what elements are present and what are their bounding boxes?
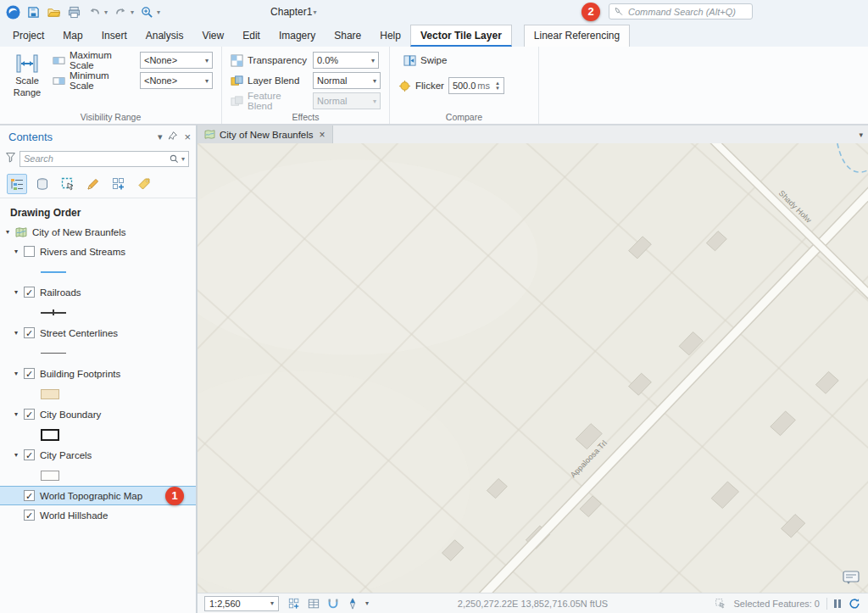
command-search-box[interactable]: Command Search (Alt+Q)	[609, 3, 753, 20]
annotation-step-2: 2	[581, 3, 600, 21]
maximum-scale-icon	[53, 54, 65, 67]
expander-icon[interactable]: ▾	[12, 370, 20, 377]
tree-item-railroads[interactable]: ▾ ✓ Railroads	[0, 282, 196, 302]
list-by-editing-icon[interactable]	[83, 174, 103, 194]
layer-checkbox[interactable]: ✓	[24, 510, 35, 521]
selected-features-label[interactable]: Selected Features: 0	[733, 599, 820, 609]
list-by-snapping-icon[interactable]	[108, 174, 129, 194]
tab-share[interactable]: Share	[325, 25, 370, 47]
undo-chevron-icon[interactable]: ▾	[104, 8, 108, 16]
list-by-data-source-icon[interactable]	[32, 174, 53, 194]
redo-chevron-icon[interactable]: ▾	[131, 8, 134, 16]
tree-item-map[interactable]: ▾ City of New Braunfels	[0, 222, 196, 242]
layer-checkbox[interactable]: ✓	[24, 287, 35, 298]
scale-range-button[interactable]: Scale Range	[8, 52, 46, 110]
layer-checkbox[interactable]: ✓	[24, 409, 35, 420]
layer-checkbox[interactable]: ✓	[24, 327, 35, 338]
maximum-scale-label: Maximum Scale	[70, 50, 136, 70]
tree-item-world-hillshade[interactable]: ✓ World Hillshade	[0, 505, 196, 525]
flicker-value: 500.0	[453, 81, 476, 91]
tab-imagery[interactable]: Imagery	[270, 25, 325, 47]
symbol-row	[0, 302, 196, 323]
search-input[interactable]	[24, 153, 166, 164]
tree-item-building-footprints[interactable]: ▾ ✓ Building Footprints	[0, 364, 196, 383]
map-notification-icon[interactable]	[841, 569, 861, 586]
layer-checkbox[interactable]: ✓	[24, 490, 35, 501]
layer-checkbox[interactable]: ✓	[24, 449, 35, 460]
view-tab-city-of-new-braunfels[interactable]: City of New Braunfels ×	[198, 125, 333, 143]
parcel-outline-symbol[interactable]	[41, 471, 59, 481]
swipe-button[interactable]: Swipe	[398, 52, 504, 69]
street-line-symbol[interactable]	[41, 353, 66, 354]
list-by-drawing-order-icon[interactable]	[7, 174, 27, 194]
river-line-symbol[interactable]	[41, 271, 66, 273]
tree-item-street-centerlines[interactable]: ▾ ✓ Street Centerlines	[0, 323, 196, 343]
print-icon[interactable]	[66, 4, 81, 20]
rail-line-symbol[interactable]	[41, 309, 66, 315]
expander-icon[interactable]: ▾	[12, 288, 20, 296]
expander-icon[interactable]: ▾	[12, 329, 20, 337]
save-icon[interactable]	[25, 4, 41, 20]
expander-icon[interactable]: ▾	[12, 248, 20, 255]
zoom-tool-icon[interactable]	[139, 4, 154, 20]
map-canvas[interactable]: Appaloosa Trl Shady Holw	[198, 143, 868, 593]
building-fill-symbol[interactable]	[41, 389, 59, 399]
layer-checkbox[interactable]: ✓	[24, 368, 35, 379]
flicker-input[interactable]: 500.0 ms ▲▼	[448, 77, 504, 94]
tab-help[interactable]: Help	[370, 25, 410, 47]
list-by-labeling-icon[interactable]	[134, 174, 154, 194]
pane-pin-icon[interactable]	[169, 131, 177, 142]
search-options-chevron-icon[interactable]: ▾	[181, 155, 185, 163]
view-tabs-chevron-icon[interactable]: ▾	[859, 131, 863, 139]
pane-close-icon[interactable]: ×	[184, 131, 191, 143]
tab-view[interactable]: View	[192, 25, 233, 47]
maximum-scale-combo[interactable]: <None> ▾	[140, 52, 213, 69]
grid-icon[interactable]	[287, 597, 301, 610]
pause-drawing-icon[interactable]	[834, 599, 841, 608]
tree-item-rivers-and-streams[interactable]: ▾ ✓ Rivers and Streams	[0, 242, 196, 261]
selected-features-icon	[713, 597, 726, 610]
transparency-combo[interactable]: 0.0% ▾	[313, 52, 379, 69]
symbol-row	[0, 383, 196, 404]
scale-range-icon	[16, 53, 38, 74]
tab-vector-tile-layer[interactable]: Vector Tile Layer	[410, 25, 512, 47]
navigator-icon[interactable]	[346, 597, 359, 610]
layer-checkbox[interactable]: ✓	[24, 246, 35, 257]
qat-customize-chevron-icon[interactable]: ▾	[157, 8, 160, 16]
list-by-selection-icon[interactable]	[58, 174, 78, 194]
tab-project[interactable]: Project	[3, 25, 53, 47]
filter-icon[interactable]	[5, 152, 16, 165]
contents-search-box[interactable]: ▾	[19, 151, 189, 167]
transparency-icon	[231, 54, 243, 67]
open-project-icon[interactable]	[46, 4, 61, 20]
undo-icon[interactable]	[86, 4, 102, 20]
tab-edit[interactable]: Edit	[233, 25, 270, 47]
command-search-placeholder: Command Search (Alt+Q)	[628, 7, 736, 17]
expander-icon[interactable]: ▾	[12, 410, 20, 418]
expander-icon[interactable]: ▾	[12, 451, 20, 459]
expander-icon[interactable]: ▾	[3, 228, 12, 236]
scale-combo[interactable]: 1:2,560 ▾	[204, 596, 279, 611]
tree-item-world-topographic-map[interactable]: ✓ World Topographic Map 1	[0, 486, 196, 505]
minimum-scale-combo[interactable]: <None> ▾	[140, 72, 213, 89]
layer-name-label: City Parcels	[40, 450, 92, 460]
statusbar-tools-chevron-icon[interactable]: ▾	[365, 599, 369, 607]
tab-insert[interactable]: Insert	[92, 25, 136, 47]
pane-menu-chevron-icon[interactable]: ▾	[158, 131, 163, 142]
attribute-table-icon[interactable]	[307, 597, 320, 610]
refresh-icon[interactable]	[848, 597, 861, 610]
project-name-menu[interactable]: Chapter1 ▾	[270, 6, 316, 18]
redo-icon[interactable]	[113, 4, 128, 20]
flicker-spinner[interactable]: ▲▼	[495, 81, 500, 91]
layer-blend-icon	[231, 75, 243, 87]
layer-blend-combo[interactable]: Normal ▾	[313, 72, 381, 89]
tab-map[interactable]: Map	[53, 25, 92, 47]
tree-item-city-boundary[interactable]: ▾ ✓ City Boundary	[0, 404, 196, 424]
tab-analysis[interactable]: Analysis	[136, 25, 193, 47]
tree-item-city-parcels[interactable]: ▾ ✓ City Parcels	[0, 445, 196, 465]
coordinates-readout[interactable]: 2,250,272.22E 13,852,716.05N ftUS	[458, 599, 608, 609]
boundary-outline-symbol[interactable]	[41, 429, 59, 441]
snapping-icon[interactable]	[326, 597, 340, 610]
tab-linear-referencing[interactable]: Linear Referencing	[524, 25, 630, 47]
view-tab-close-icon[interactable]: ×	[320, 129, 326, 141]
